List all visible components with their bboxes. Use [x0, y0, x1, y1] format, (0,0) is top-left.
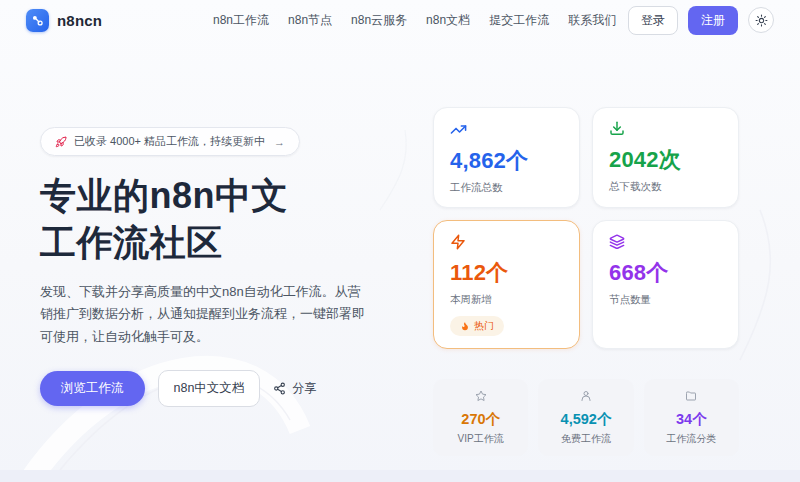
stat-label: 本周新增: [450, 293, 563, 307]
stat-value: 668个: [609, 258, 722, 288]
layers-icon: [609, 234, 722, 250]
stat-label: 工作流总数: [450, 181, 563, 195]
header: n8ncn n8n工作流 n8n节点 n8n云服务 n8n文档 提交工作流 联系…: [0, 0, 800, 40]
nav-item-cloud[interactable]: n8n云服务: [351, 12, 407, 29]
mini-card-free-workflows: 4,592个 免费工作流: [538, 379, 633, 456]
stat-card-total-workflows: 4,862个 工作流总数: [433, 107, 580, 208]
header-actions: 登录 注册: [628, 6, 774, 35]
mini-stat-value: 270个: [437, 410, 524, 429]
nav-item-workflows[interactable]: n8n工作流: [213, 12, 269, 29]
hot-badge-label: 热门: [474, 319, 494, 333]
nav-item-docs[interactable]: n8n文档: [426, 12, 470, 29]
bottom-band: [0, 470, 800, 482]
main-nav: n8n工作流 n8n节点 n8n云服务 n8n文档 提交工作流 联系我们: [213, 0, 616, 40]
rocket-icon: [55, 136, 67, 148]
login-button[interactable]: 登录: [628, 6, 678, 35]
stat-label: 总下载次数: [609, 180, 722, 194]
nav-item-submit[interactable]: 提交工作流: [489, 12, 549, 29]
download-icon: [609, 121, 722, 137]
flame-icon: [460, 321, 470, 331]
stat-value: 4,862个: [450, 146, 563, 176]
stat-card-new-this-week: 112个 本周新增 热门: [433, 220, 580, 349]
mini-card-workflow-categories: 34个 工作流分类: [644, 379, 739, 456]
brand-logo[interactable]: n8ncn: [26, 9, 102, 32]
mini-stats-row: 270个 VIP工作流 4,592个 免费工作流 34个 工作流分类: [433, 379, 739, 456]
stat-value: 112个: [450, 258, 563, 288]
hero-section: 已收录 4000+ 精品工作流，持续更新中 → 专业的n8n中文工作流社区 发现…: [40, 127, 385, 407]
register-button[interactable]: 注册: [688, 6, 738, 35]
hero-actions: 浏览工作流 n8n中文文档 分享: [40, 370, 385, 407]
hot-badge: 热门: [450, 316, 504, 336]
stat-label: 节点数量: [609, 293, 722, 307]
logo-icon: [26, 9, 49, 32]
mini-stat-value: 4,592个: [542, 410, 629, 429]
stats-grid: 4,862个 工作流总数 2042次 总下载次数 112个 本周新增: [433, 107, 739, 349]
badge-text: 已收录 4000+ 精品工作流，持续更新中: [74, 134, 265, 149]
theme-toggle-button[interactable]: [748, 7, 774, 33]
mini-card-vip-workflows: 270个 VIP工作流: [433, 379, 528, 456]
brand-name: n8ncn: [57, 12, 102, 29]
stat-value: 2042次: [609, 145, 722, 175]
share-label: 分享: [292, 380, 316, 397]
stat-card-total-downloads: 2042次 总下载次数: [592, 107, 739, 208]
page-title: 专业的n8n中文工作流社区: [40, 173, 302, 267]
users-icon: [580, 390, 592, 402]
mini-stat-value: 34个: [648, 410, 735, 429]
share-button[interactable]: 分享: [273, 380, 316, 397]
mini-stat-label: 工作流分类: [648, 432, 735, 446]
nav-item-nodes[interactable]: n8n节点: [288, 12, 332, 29]
arrow-right-icon: →: [274, 136, 285, 148]
nav-item-contact[interactable]: 联系我们: [568, 12, 616, 29]
mini-stat-label: VIP工作流: [437, 432, 524, 446]
zap-icon: [450, 234, 563, 250]
folder-icon: [685, 390, 697, 402]
browse-workflows-button[interactable]: 浏览工作流: [40, 371, 145, 406]
announcement-badge[interactable]: 已收录 4000+ 精品工作流，持续更新中 →: [40, 127, 300, 156]
docs-button[interactable]: n8n中文文档: [158, 370, 261, 407]
sun-icon: [755, 14, 768, 27]
stat-card-node-count: 668个 节点数量: [592, 220, 739, 349]
share-icon: [273, 382, 286, 395]
mini-stat-label: 免费工作流: [542, 432, 629, 446]
star-icon: [475, 390, 487, 402]
hero-description: 发现、下载并分享高质量的中文n8n自动化工作流。从营销推广到数据分析，从通知提醒…: [40, 281, 372, 349]
stats-panel: 4,862个 工作流总数 2042次 总下载次数 112个 本周新增: [433, 107, 739, 456]
trending-up-icon: [450, 121, 563, 138]
